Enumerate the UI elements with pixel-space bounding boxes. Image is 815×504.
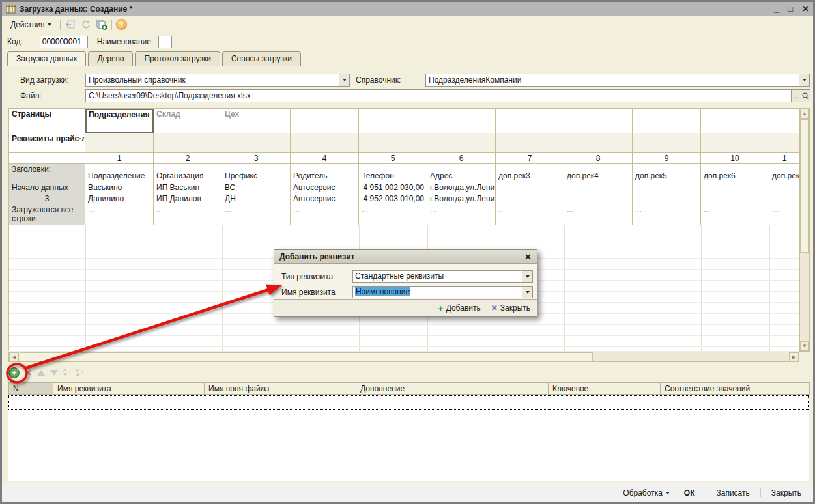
vertical-scrollbar[interactable]: ▲ ▼ <box>799 108 810 352</box>
scroll-right-icon[interactable]: ▶ <box>789 352 799 361</box>
sheet-cell[interactable] <box>701 182 769 193</box>
sheet-allrows-label[interactable]: Загружаются все строки <box>9 204 85 225</box>
close-form-button[interactable]: Закрыть <box>767 486 805 499</box>
catalog-combobox[interactable]: ПодразделенияКомпании <box>425 74 810 87</box>
sheet-cell[interactable] <box>291 133 359 153</box>
horizontal-scrollbar[interactable]: ◀ ▶ <box>8 352 799 362</box>
ok-button[interactable]: ОК <box>680 486 699 499</box>
sheet-cell[interactable]: ДН <box>222 193 291 204</box>
sheet-cell[interactable]: ... <box>154 204 222 225</box>
attribute-type-combobox[interactable]: Стандартные реквизиты <box>352 270 533 283</box>
sheet-header-cell[interactable]: доп.рек5 <box>633 164 701 182</box>
dropdown-button[interactable] <box>799 74 809 86</box>
sheet-cell[interactable]: 4 952 003 010,00 <box>359 193 427 204</box>
refresh-icon[interactable] <box>80 19 92 31</box>
sheet-cell[interactable] <box>701 133 769 153</box>
file-input[interactable]: C:\Users\user09\Desktop\Подразделения.xl… <box>85 89 792 102</box>
mapping-column-5[interactable]: Ключевое <box>549 382 661 395</box>
sheet-cell[interactable]: ... <box>359 204 427 225</box>
sheet-cell[interactable] <box>154 133 222 153</box>
add-attribute-icon[interactable]: + <box>8 367 20 378</box>
sheet-row-label[interactable]: 3 <box>9 193 85 204</box>
delete-icon[interactable]: ✕ <box>25 368 32 378</box>
sheet-cell[interactable]: ... <box>222 204 291 225</box>
sheet-cell[interactable] <box>769 133 799 153</box>
sheet-header-cell[interactable]: Адрес <box>427 164 496 182</box>
tab-load-protocol[interactable]: Протокол загрузки <box>135 51 220 66</box>
move-up-icon[interactable] <box>37 370 45 376</box>
sheet-header-cell[interactable]: Префикс <box>222 164 291 182</box>
sheet-page-3[interactable]: Цех <box>222 109 291 133</box>
sheet-cell[interactable] <box>427 133 496 153</box>
dialog-close-button[interactable]: ✕ Закрыть <box>491 303 530 313</box>
sheet-cell[interactable]: ... <box>427 204 496 225</box>
sheet-header-cell[interactable]: Телефон <box>359 164 427 182</box>
dialog-close-icon[interactable]: ✕ <box>524 252 532 262</box>
add-button[interactable]: + Добавить <box>438 303 481 314</box>
sheet-page-1[interactable]: Подразделения <box>85 109 154 133</box>
sheet-header-cell[interactable]: доп.рек4 <box>564 164 633 182</box>
tab-load-sessions[interactable]: Сеансы загрузки <box>222 51 301 66</box>
sheet-cell[interactable] <box>564 182 633 193</box>
sheet-cell[interactable]: 4 951 002 030,00 <box>359 182 427 193</box>
tab-load-data[interactable]: Загрузка данных <box>7 51 86 66</box>
sheet-cell[interactable] <box>633 193 701 204</box>
help-icon[interactable]: ? <box>116 19 127 30</box>
sheet-header-cell[interactable]: Родитель <box>291 164 359 182</box>
sheet-header-cell[interactable]: Организация <box>154 164 222 182</box>
sheet-cell[interactable]: ... <box>496 204 564 225</box>
processing-menu-button[interactable]: Обработка <box>619 486 674 499</box>
sheet-cell[interactable] <box>85 133 154 153</box>
sheet-header-cell[interactable]: доп.рек7 <box>769 164 799 182</box>
actions-menu-button[interactable]: Действия <box>6 18 56 31</box>
sheet-cell[interactable]: Автосервис <box>291 193 359 204</box>
sheet-cell[interactable] <box>769 193 799 204</box>
vertical-scroll-thumb[interactable] <box>800 119 809 253</box>
mapping-column-3[interactable]: Имя поля файла <box>205 382 356 395</box>
browse-button[interactable]: ... <box>791 89 801 102</box>
sheet-cell[interactable] <box>769 182 799 193</box>
sheet-cell[interactable] <box>496 182 564 193</box>
code-input[interactable] <box>40 36 88 48</box>
sheet-cell[interactable] <box>359 133 427 153</box>
sheet-row-label[interactable]: Начало данных <box>9 182 85 193</box>
sheet-cell[interactable] <box>701 193 769 204</box>
sheet-cell[interactable] <box>496 133 564 153</box>
sheet-cell[interactable] <box>564 193 633 204</box>
sheet-cell[interactable]: ... <box>701 204 769 225</box>
mapping-column-4[interactable]: Дополнение <box>356 382 549 395</box>
horizontal-scroll-thumb[interactable] <box>20 352 593 361</box>
sheet-header-cell[interactable]: доп.рек3 <box>496 164 564 182</box>
dropdown-button[interactable] <box>339 74 349 86</box>
minimize-button[interactable]: _ <box>774 4 779 14</box>
sort-asc-icon[interactable]: АЯ <box>63 368 67 377</box>
attribute-name-combobox[interactable]: Наименование <box>352 286 533 298</box>
mapping-column-6[interactable]: Соответствие значений <box>661 382 810 395</box>
sheet-cell[interactable]: ... <box>633 204 701 225</box>
scroll-down-icon[interactable]: ▼ <box>800 341 809 351</box>
sheet-cell[interactable]: ... <box>291 204 359 225</box>
sheet-cell[interactable]: г.Вологда,ул.Ленина,д.7 <box>427 182 496 193</box>
sheet-cell[interactable] <box>564 133 633 153</box>
sheet-cell[interactable] <box>222 133 291 153</box>
sort-desc-icon[interactable]: ЯА <box>76 368 80 377</box>
move-down-icon[interactable] <box>50 370 58 376</box>
search-icon[interactable] <box>801 89 810 102</box>
sheet-cell[interactable]: ИП Васькин <box>154 182 222 193</box>
sheet-cell[interactable]: ВС <box>222 182 291 193</box>
sheet-cell[interactable]: ... <box>564 204 633 225</box>
reread-icon[interactable] <box>64 19 76 31</box>
mapping-empty-row[interactable] <box>8 395 809 410</box>
name-input[interactable] <box>158 36 172 48</box>
sheet-cell[interactable]: г.Вологда,ул.Ленина,д.7 <box>427 193 496 204</box>
mapping-column-1[interactable]: N <box>9 382 53 395</box>
load-kind-combobox[interactable]: Произвольный справочник <box>85 74 350 87</box>
sheet-cell[interactable]: ИП Данилов <box>154 193 222 204</box>
sheet-cell[interactable]: Данилино <box>85 193 154 204</box>
sheet-headers-label[interactable]: Заголовки: <box>9 164 85 182</box>
new-from-copy-icon[interactable] <box>96 19 107 31</box>
scroll-up-icon[interactable]: ▲ <box>800 109 809 119</box>
scroll-left-icon[interactable]: ◀ <box>9 352 19 361</box>
dropdown-button[interactable] <box>522 271 532 282</box>
maximize-button[interactable]: □ <box>788 4 793 14</box>
